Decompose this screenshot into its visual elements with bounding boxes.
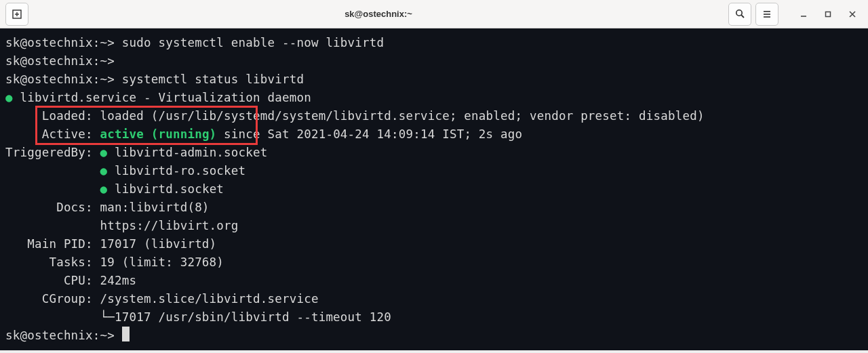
terminal-line: TriggeredBy: ● libvirtd-admin.socket [5, 144, 863, 162]
terminal-line: └─17017 /usr/sbin/libvirtd --timeout 120 [5, 308, 863, 327]
terminal-line: Tasks: 19 (limit: 32768) [5, 253, 863, 272]
search-button[interactable] [728, 3, 751, 26]
close-button[interactable] [844, 5, 861, 23]
svg-line-4 [741, 15, 744, 18]
svg-rect-9 [826, 12, 831, 16]
active-status: active (running) [100, 127, 217, 141]
window-title: sk@ostechnix:~ [33, 9, 724, 19]
terminal-line: CPU: 242ms [5, 272, 863, 290]
terminal-line: ● libvirtd.service - Virtualization daem… [5, 89, 863, 107]
window-titlebar: sk@ostechnix:~ [0, 0, 868, 28]
maximize-button[interactable] [819, 5, 837, 23]
minimize-button[interactable] [795, 5, 812, 23]
terminal-line: Main PID: 17017 (libvirtd) [5, 235, 863, 253]
hamburger-icon [762, 9, 772, 19]
terminal-line: ● libvirtd-ro.socket [5, 162, 863, 180]
maximize-icon [825, 11, 831, 18]
minimize-icon [800, 11, 807, 18]
shell-prompt: sk@ostechnix:~> [5, 329, 122, 342]
svg-point-3 [736, 10, 741, 16]
status-bullet-icon: ● [5, 91, 13, 104]
command-text: systemctl status libvirtd [115, 72, 304, 86]
terminal-line: sk@ostechnix:~> systemctl status libvirt… [5, 70, 863, 89]
terminal-line: Docs: man:libvirtd(8) [5, 199, 863, 217]
shell-prompt: sk@ostechnix:~> [5, 54, 115, 68]
service-name: libvirtd.service - Virtualization daemon [13, 91, 311, 104]
terminal-line: ● libvirtd.socket [5, 180, 863, 199]
cursor-icon [122, 327, 130, 341]
status-bullet-icon: ● [100, 164, 108, 178]
new-tab-button[interactable] [5, 3, 28, 26]
terminal-line: sk@ostechnix:~> [5, 52, 863, 70]
terminal-line-active: Active: active (running) since Sat 2021-… [5, 125, 863, 144]
terminal-line-loaded: Loaded: loaded (/usr/lib/systemd/system/… [5, 107, 863, 125]
menu-button[interactable] [755, 3, 778, 26]
status-bullet-icon: ● [100, 182, 108, 196]
command-text: sudo systemctl enable --now libvirtd [115, 36, 384, 49]
terminal-line: sk@ostechnix:~> sudo systemctl enable --… [5, 34, 863, 52]
shell-prompt: sk@ostechnix:~> [5, 36, 115, 49]
status-bullet-icon: ● [100, 146, 108, 159]
terminal-line: https://libvirt.org [5, 217, 863, 235]
terminal-output[interactable]: sk@ostechnix:~> sudo systemctl enable --… [0, 28, 868, 350]
close-icon [849, 11, 856, 18]
terminal-line: CGroup: /system.slice/libvirtd.service [5, 290, 863, 308]
search-icon [735, 9, 745, 19]
terminal-line: sk@ostechnix:~> [5, 327, 863, 345]
shell-prompt: sk@ostechnix:~> [5, 72, 115, 86]
